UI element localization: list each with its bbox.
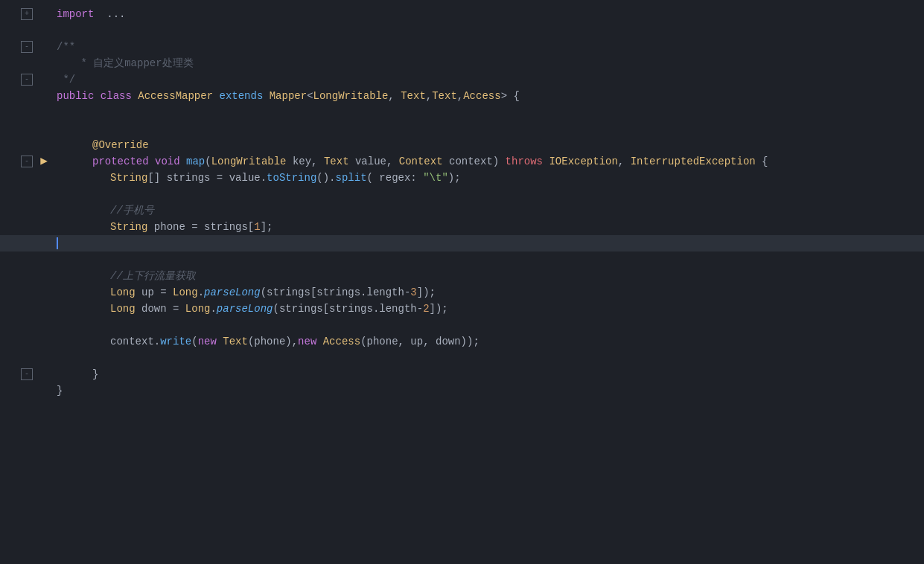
line-gutter-13 bbox=[0, 202, 37, 219]
debug-area-3 bbox=[37, 39, 51, 55]
code-line-22 bbox=[0, 350, 924, 366]
fold-button-23[interactable]: - bbox=[21, 368, 33, 380]
line-content-2 bbox=[51, 22, 924, 39]
line-gutter-2 bbox=[0, 22, 37, 39]
debug-area-18 bbox=[37, 284, 51, 301]
line-content-22 bbox=[51, 350, 924, 366]
line-content-21: context.write(new Text(phone),new Access… bbox=[51, 333, 924, 350]
code-line-23: -} bbox=[0, 366, 924, 382]
debug-area-5 bbox=[37, 71, 51, 88]
debug-area-16 bbox=[37, 251, 51, 268]
line-content-11: String[] strings = value.toString().spli… bbox=[51, 170, 924, 186]
line-gutter-20 bbox=[0, 317, 37, 333]
line-content-1: import ... bbox=[51, 6, 924, 22]
line-content-7 bbox=[51, 104, 924, 121]
line-content-5: */ bbox=[51, 71, 924, 88]
debugger-arrow: ▶ bbox=[40, 153, 48, 170]
debug-area-23 bbox=[37, 366, 51, 382]
debug-area-14 bbox=[37, 219, 51, 235]
line-gutter-5: - bbox=[0, 71, 37, 88]
line-content-12 bbox=[51, 186, 924, 202]
line-content-15 bbox=[51, 235, 924, 251]
line-content-20 bbox=[51, 317, 924, 333]
line-gutter-14 bbox=[0, 219, 37, 235]
code-line-16 bbox=[0, 251, 924, 268]
line-content-17: //上下行流量获取 bbox=[51, 268, 924, 284]
line-gutter-16 bbox=[0, 251, 37, 268]
line-gutter-18 bbox=[0, 284, 37, 301]
line-gutter-7 bbox=[0, 104, 37, 121]
debug-area-15 bbox=[37, 235, 51, 251]
code-line-4: * 自定义mapper处理类 bbox=[0, 55, 924, 71]
code-line-12 bbox=[0, 186, 924, 202]
line-gutter-22 bbox=[0, 350, 37, 366]
text-cursor bbox=[57, 237, 58, 249]
debug-area-2 bbox=[37, 22, 51, 39]
code-line-6: public class AccessMapper extends Mapper… bbox=[0, 88, 924, 104]
debug-area-6 bbox=[37, 88, 51, 104]
code-line-9: @Override bbox=[0, 137, 924, 153]
debug-area-17 bbox=[37, 268, 51, 284]
line-content-3: /** bbox=[51, 39, 924, 55]
code-line-21: context.write(new Text(phone),new Access… bbox=[0, 333, 924, 350]
fold-button-10[interactable]: - bbox=[21, 156, 33, 167]
fold-button-3[interactable]: - bbox=[21, 41, 33, 53]
debug-area-20 bbox=[37, 317, 51, 333]
line-gutter-9 bbox=[0, 137, 37, 153]
debug-area-22 bbox=[37, 350, 51, 366]
debug-area-10: ▶ bbox=[37, 153, 51, 170]
debug-area-9 bbox=[37, 137, 51, 153]
debug-area-21 bbox=[37, 333, 51, 350]
line-content-13: //手机号 bbox=[51, 202, 924, 219]
code-line-2 bbox=[0, 22, 924, 39]
line-gutter-23: - bbox=[0, 366, 37, 382]
debug-area-7 bbox=[37, 104, 51, 121]
line-content-16 bbox=[51, 251, 924, 268]
line-content-24: } bbox=[51, 382, 924, 399]
line-content-8 bbox=[51, 121, 924, 137]
line-gutter-15 bbox=[0, 235, 37, 251]
code-area: +import ...-/** * 自定义mapper处理类- */public… bbox=[0, 0, 924, 405]
code-line-18: Long up = Long.parseLong(strings[strings… bbox=[0, 284, 924, 301]
code-line-24: } bbox=[0, 382, 924, 399]
code-line-15 bbox=[0, 235, 924, 251]
line-content-18: Long up = Long.parseLong(strings[strings… bbox=[51, 284, 924, 301]
line-gutter-4 bbox=[0, 55, 37, 71]
code-line-1: +import ... bbox=[0, 6, 924, 22]
line-gutter-11 bbox=[0, 170, 37, 186]
debug-area-24 bbox=[37, 382, 51, 399]
line-content-23: } bbox=[51, 366, 924, 382]
line-gutter-8 bbox=[0, 121, 37, 137]
line-gutter-12 bbox=[0, 186, 37, 202]
line-gutter-10: - bbox=[0, 153, 37, 170]
debug-area-1 bbox=[37, 6, 51, 22]
code-editor: +import ...-/** * 自定义mapper处理类- */public… bbox=[0, 0, 924, 564]
line-gutter-3: - bbox=[0, 39, 37, 55]
code-line-11: String[] strings = value.toString().spli… bbox=[0, 170, 924, 186]
code-line-14: String phone = strings[1]; bbox=[0, 219, 924, 235]
code-line-8 bbox=[0, 121, 924, 137]
line-gutter-6 bbox=[0, 88, 37, 104]
debug-area-19 bbox=[37, 301, 51, 317]
code-line-17: //上下行流量获取 bbox=[0, 268, 924, 284]
line-content-14: String phone = strings[1]; bbox=[51, 219, 924, 235]
fold-button-5[interactable]: - bbox=[21, 74, 33, 86]
code-line-20 bbox=[0, 317, 924, 333]
code-line-3: -/** bbox=[0, 39, 924, 55]
debug-area-8 bbox=[37, 121, 51, 137]
debug-area-4 bbox=[37, 55, 51, 71]
code-line-5: - */ bbox=[0, 71, 924, 88]
debug-area-11 bbox=[37, 170, 51, 186]
fold-button-1[interactable]: + bbox=[21, 8, 33, 20]
line-gutter-19 bbox=[0, 301, 37, 317]
line-content-9: @Override bbox=[51, 137, 924, 153]
line-content-4: * 自定义mapper处理类 bbox=[51, 55, 924, 71]
line-gutter-17 bbox=[0, 268, 37, 284]
line-content-10: protected void map(LongWritable key, Tex… bbox=[51, 153, 924, 170]
debug-area-12 bbox=[37, 186, 51, 202]
line-content-6: public class AccessMapper extends Mapper… bbox=[51, 88, 924, 104]
code-line-13: //手机号 bbox=[0, 202, 924, 219]
code-line-7 bbox=[0, 104, 924, 121]
code-line-19: Long down = Long.parseLong(strings[strin… bbox=[0, 301, 924, 317]
line-content-19: Long down = Long.parseLong(strings[strin… bbox=[51, 301, 924, 317]
